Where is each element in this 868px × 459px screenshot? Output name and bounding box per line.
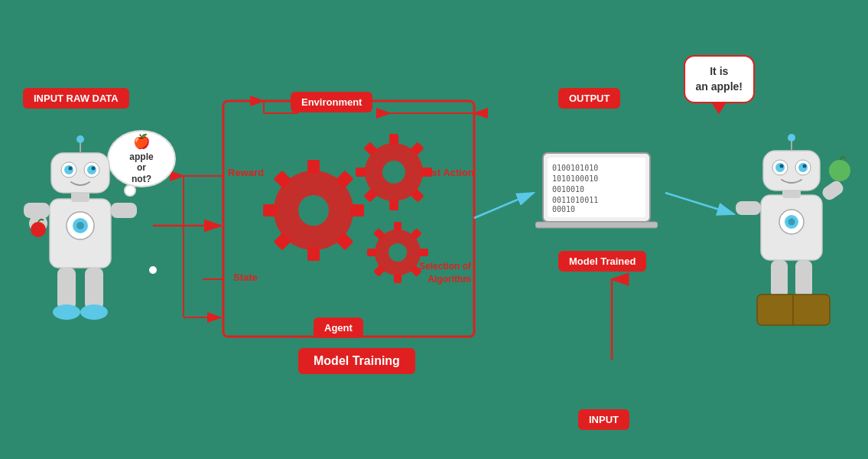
svg-text:00010: 00010 [552, 205, 575, 213]
svg-point-73 [788, 219, 795, 226]
environment-label: Environment [291, 92, 372, 112]
svg-rect-84 [736, 201, 761, 215]
svg-rect-63 [111, 203, 137, 218]
model-training-label: Model Training [298, 348, 415, 374]
dot-decoration [149, 266, 157, 274]
robot-right [734, 111, 853, 333]
environment-badge: Environment [291, 92, 372, 112]
model-trained-badge: Model Trained [558, 251, 646, 272]
svg-rect-53 [51, 153, 109, 193]
svg-rect-66 [57, 268, 76, 310]
svg-point-56 [64, 165, 73, 174]
svg-line-16 [665, 193, 734, 214]
speech-bubble-right: It isan apple! [684, 55, 755, 103]
output-badge: OUTPUT [558, 88, 620, 109]
svg-rect-87 [771, 260, 788, 298]
svg-rect-41 [394, 274, 401, 283]
svg-point-59 [92, 167, 96, 171]
svg-point-58 [69, 167, 73, 171]
svg-rect-40 [394, 222, 401, 231]
svg-point-57 [87, 165, 96, 174]
svg-rect-31 [389, 200, 398, 210]
svg-text:0010010: 0010010 [552, 185, 584, 194]
svg-point-39 [388, 243, 407, 262]
robot-left [19, 107, 141, 344]
svg-point-65 [31, 222, 46, 237]
svg-point-29 [382, 161, 405, 184]
model-trained-label: Model Trained [558, 251, 646, 272]
svg-point-19 [298, 195, 329, 226]
svg-rect-20 [307, 160, 320, 174]
svg-text:0011010011: 0011010011 [552, 196, 598, 204]
svg-rect-85 [820, 179, 845, 203]
svg-point-81 [803, 164, 807, 168]
svg-rect-42 [419, 249, 428, 256]
input-bottom-label: INPUT [578, 409, 629, 430]
input-raw-data-badge: INPUT RAW DATA [23, 88, 129, 109]
svg-rect-43 [367, 249, 376, 256]
model-training-badge: Model Training [298, 348, 415, 374]
svg-point-51 [76, 222, 84, 230]
svg-rect-22 [350, 204, 364, 216]
laptop-display: 0100101010 1010100010 0010010 0011010011… [535, 149, 658, 241]
svg-rect-23 [263, 204, 277, 216]
svg-rect-75 [763, 151, 820, 190]
input-raw-data-label: INPUT RAW DATA [23, 88, 129, 109]
svg-rect-33 [356, 168, 366, 177]
svg-rect-88 [795, 260, 812, 298]
svg-point-61 [76, 135, 84, 143]
svg-rect-67 [85, 268, 103, 310]
output-label: OUTPUT [558, 88, 620, 109]
svg-rect-21 [307, 247, 320, 261]
svg-rect-32 [421, 168, 432, 177]
svg-point-83 [788, 134, 795, 142]
input-bottom-badge: INPUT [578, 409, 629, 430]
svg-text:1010100010: 1010100010 [552, 174, 598, 183]
svg-point-86 [829, 160, 850, 181]
svg-rect-100 [535, 222, 658, 228]
svg-rect-30 [389, 134, 398, 145]
svg-point-69 [80, 304, 108, 320]
gears-diagram [237, 111, 459, 325]
svg-text:0100101010: 0100101010 [552, 164, 598, 172]
svg-point-80 [780, 164, 784, 168]
svg-point-68 [53, 304, 80, 320]
svg-line-15 [474, 193, 534, 218]
svg-point-79 [798, 163, 808, 172]
svg-point-78 [775, 163, 785, 172]
